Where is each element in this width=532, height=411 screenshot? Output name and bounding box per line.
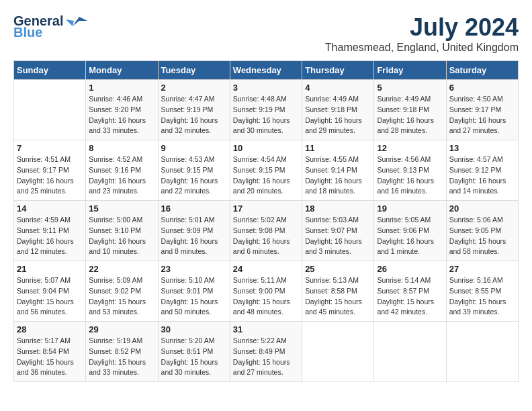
day-number: 15: [89, 203, 154, 214]
day-number: 1: [89, 83, 154, 93]
day-number: 19: [377, 203, 443, 214]
day-info: Sunrise: 5:10 AMSunset: 9:01 PMDaylight:…: [161, 276, 218, 316]
day-info: Sunrise: 4:46 AMSunset: 9:20 PMDaylight:…: [89, 95, 146, 134]
calendar-week-row: 7 Sunrise: 4:51 AMSunset: 9:17 PMDayligh…: [14, 140, 519, 201]
header-saturday: Saturday: [446, 61, 518, 80]
day-info: Sunrise: 5:13 AMSunset: 8:58 PMDaylight:…: [305, 276, 362, 316]
calendar-cell: [302, 322, 374, 382]
day-info: Sunrise: 4:49 AMSunset: 9:18 PMDaylight:…: [377, 95, 434, 134]
calendar-cell: 21 Sunrise: 5:07 AMSunset: 9:04 PMDaylig…: [14, 261, 86, 322]
day-info: Sunrise: 4:50 AMSunset: 9:17 PMDaylight:…: [449, 95, 506, 134]
day-info: Sunrise: 4:51 AMSunset: 9:17 PMDaylight:…: [17, 155, 74, 195]
header-wednesday: Wednesday: [230, 61, 302, 80]
day-info: Sunrise: 5:05 AMSunset: 9:06 PMDaylight:…: [377, 216, 434, 255]
calendar-cell: 4 Sunrise: 4:49 AMSunset: 9:18 PMDayligh…: [302, 80, 374, 140]
title-area: July 2024 Thamesmead, England, United Ki…: [325, 13, 519, 54]
calendar-cell: 19 Sunrise: 5:05 AMSunset: 9:06 PMDaylig…: [374, 201, 446, 261]
calendar-cell: 14 Sunrise: 4:59 AMSunset: 9:11 PMDaylig…: [14, 201, 86, 261]
day-number: 26: [377, 264, 443, 274]
day-number: 23: [161, 264, 227, 274]
calendar-cell: 11 Sunrise: 4:55 AMSunset: 9:14 PMDaylig…: [302, 140, 374, 201]
day-number: 28: [17, 324, 83, 334]
day-info: Sunrise: 5:09 AMSunset: 9:02 PMDaylight:…: [89, 276, 146, 316]
calendar-cell: 23 Sunrise: 5:10 AMSunset: 9:01 PMDaylig…: [158, 261, 230, 322]
day-info: Sunrise: 5:01 AMSunset: 9:09 PMDaylight:…: [161, 216, 218, 255]
calendar-cell: 26 Sunrise: 5:14 AMSunset: 8:57 PMDaylig…: [374, 261, 446, 322]
day-info: Sunrise: 4:47 AMSunset: 9:19 PMDaylight:…: [161, 95, 218, 134]
calendar-cell: 25 Sunrise: 5:13 AMSunset: 8:58 PMDaylig…: [302, 261, 374, 322]
calendar-week-row: 14 Sunrise: 4:59 AMSunset: 9:11 PMDaylig…: [14, 201, 519, 261]
day-number: 6: [449, 83, 515, 93]
calendar-cell: 22 Sunrise: 5:09 AMSunset: 9:02 PMDaylig…: [86, 261, 158, 322]
calendar-cell: 13 Sunrise: 4:57 AMSunset: 9:12 PMDaylig…: [446, 140, 518, 201]
day-number: 2: [161, 83, 227, 93]
calendar-week-row: 21 Sunrise: 5:07 AMSunset: 9:04 PMDaylig…: [14, 261, 519, 322]
calendar-cell: 24 Sunrise: 5:11 AMSunset: 9:00 PMDaylig…: [230, 261, 302, 322]
day-number: 11: [305, 143, 371, 153]
day-number: 12: [377, 143, 443, 153]
calendar-cell: [374, 322, 446, 382]
day-number: 29: [89, 324, 154, 334]
location-subtitle: Thamesmead, England, United Kingdom: [325, 42, 519, 54]
day-number: 18: [305, 203, 371, 214]
page-header: General Blue July 2024 Thamesmead, Engla…: [13, 13, 519, 54]
header-sunday: Sunday: [14, 61, 86, 80]
day-number: 17: [233, 203, 299, 214]
day-info: Sunrise: 5:02 AMSunset: 9:08 PMDaylight:…: [233, 216, 290, 255]
calendar-cell: 18 Sunrise: 5:03 AMSunset: 9:07 PMDaylig…: [302, 201, 374, 261]
calendar-cell: 28 Sunrise: 5:17 AMSunset: 8:54 PMDaylig…: [14, 322, 86, 382]
calendar-cell: 10 Sunrise: 4:54 AMSunset: 9:15 PMDaylig…: [230, 140, 302, 201]
calendar-cell: 17 Sunrise: 5:02 AMSunset: 9:08 PMDaylig…: [230, 201, 302, 261]
day-number: 13: [449, 143, 515, 153]
day-info: Sunrise: 5:03 AMSunset: 9:07 PMDaylight:…: [305, 216, 362, 255]
header-friday: Friday: [374, 61, 446, 80]
month-year-title: July 2024: [325, 13, 519, 42]
logo: General Blue: [13, 13, 87, 40]
day-info: Sunrise: 5:16 AMSunset: 8:55 PMDaylight:…: [449, 276, 506, 316]
day-number: 5: [377, 83, 443, 93]
day-number: 24: [233, 264, 299, 274]
calendar-cell: 27 Sunrise: 5:16 AMSunset: 8:55 PMDaylig…: [446, 261, 518, 322]
day-number: 22: [89, 264, 154, 274]
calendar-cell: 29 Sunrise: 5:19 AMSunset: 8:52 PMDaylig…: [86, 322, 158, 382]
day-info: Sunrise: 5:07 AMSunset: 9:04 PMDaylight:…: [17, 276, 74, 316]
day-number: 3: [233, 83, 299, 93]
calendar-cell: [14, 80, 86, 140]
day-info: Sunrise: 4:57 AMSunset: 9:12 PMDaylight:…: [449, 155, 506, 195]
day-number: 4: [305, 83, 371, 93]
header-monday: Monday: [86, 61, 158, 80]
calendar-cell: 30 Sunrise: 5:20 AMSunset: 8:51 PMDaylig…: [158, 322, 230, 382]
day-number: 25: [305, 264, 371, 274]
calendar-week-row: 28 Sunrise: 5:17 AMSunset: 8:54 PMDaylig…: [14, 322, 519, 382]
day-info: Sunrise: 5:11 AMSunset: 9:00 PMDaylight:…: [233, 276, 290, 316]
calendar-cell: 9 Sunrise: 4:53 AMSunset: 9:15 PMDayligh…: [158, 140, 230, 201]
day-number: 31: [233, 324, 299, 334]
calendar-week-row: 1 Sunrise: 4:46 AMSunset: 9:20 PMDayligh…: [14, 80, 519, 140]
header-tuesday: Tuesday: [158, 61, 230, 80]
day-number: 7: [17, 143, 83, 153]
calendar-cell: 8 Sunrise: 4:52 AMSunset: 9:16 PMDayligh…: [86, 140, 158, 201]
header-thursday: Thursday: [302, 61, 374, 80]
calendar-cell: 20 Sunrise: 5:06 AMSunset: 9:05 PMDaylig…: [446, 201, 518, 261]
calendar-cell: 15 Sunrise: 5:00 AMSunset: 9:10 PMDaylig…: [86, 201, 158, 261]
day-number: 27: [449, 264, 515, 274]
day-info: Sunrise: 5:20 AMSunset: 8:51 PMDaylight:…: [161, 336, 218, 376]
day-info: Sunrise: 4:59 AMSunset: 9:11 PMDaylight:…: [17, 216, 74, 255]
day-info: Sunrise: 4:54 AMSunset: 9:15 PMDaylight:…: [233, 155, 290, 195]
day-info: Sunrise: 5:22 AMSunset: 8:49 PMDaylight:…: [233, 336, 290, 376]
calendar-cell: 6 Sunrise: 4:50 AMSunset: 9:17 PMDayligh…: [446, 80, 518, 140]
calendar-cell: [446, 322, 518, 382]
day-number: 21: [17, 264, 83, 274]
day-info: Sunrise: 4:49 AMSunset: 9:18 PMDaylight:…: [305, 95, 362, 134]
day-number: 20: [449, 203, 515, 214]
day-info: Sunrise: 5:06 AMSunset: 9:05 PMDaylight:…: [449, 216, 506, 255]
day-info: Sunrise: 4:52 AMSunset: 9:16 PMDaylight:…: [89, 155, 146, 195]
day-info: Sunrise: 4:56 AMSunset: 9:13 PMDaylight:…: [377, 155, 434, 195]
svg-marker-0: [73, 17, 87, 26]
calendar-cell: 1 Sunrise: 4:46 AMSunset: 9:20 PMDayligh…: [86, 80, 158, 140]
day-info: Sunrise: 5:00 AMSunset: 9:10 PMDaylight:…: [89, 216, 146, 255]
day-number: 16: [161, 203, 227, 214]
day-info: Sunrise: 5:19 AMSunset: 8:52 PMDaylight:…: [89, 336, 146, 376]
calendar-cell: 12 Sunrise: 4:56 AMSunset: 9:13 PMDaylig…: [374, 140, 446, 201]
day-number: 30: [161, 324, 227, 334]
